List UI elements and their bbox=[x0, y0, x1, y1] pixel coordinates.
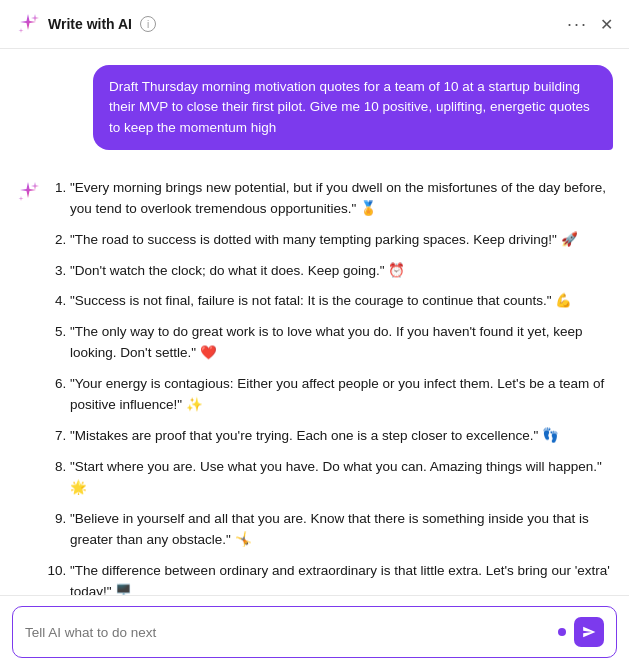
quote-item-1: "Every morning brings new potential, but… bbox=[70, 178, 613, 220]
quote-item-7: "Mistakes are proof that you're trying. … bbox=[70, 426, 613, 447]
header-right: ··· ✕ bbox=[567, 14, 613, 35]
ai-response-inner: "Every morning brings new potential, but… bbox=[16, 178, 613, 595]
send-icon bbox=[582, 625, 596, 639]
info-icon[interactable]: i bbox=[140, 16, 156, 32]
send-button[interactable] bbox=[574, 617, 604, 647]
ai-input-field[interactable] bbox=[25, 625, 550, 640]
main-content: Draft Thursday morning motivation quotes… bbox=[0, 49, 629, 595]
header-title: Write with AI bbox=[48, 16, 132, 32]
sparkle-icon bbox=[16, 12, 40, 36]
quotes-list: "Every morning brings new potential, but… bbox=[50, 178, 613, 595]
header: Write with AI i ··· ✕ bbox=[0, 0, 629, 49]
quote-item-4: "Success is not final, failure is not fa… bbox=[70, 291, 613, 312]
input-wrapper bbox=[12, 606, 617, 658]
quote-item-9: "Believe in yourself and all that you ar… bbox=[70, 509, 613, 551]
user-prompt-bubble: Draft Thursday morning motivation quotes… bbox=[93, 65, 613, 150]
ai-avatar-icon bbox=[16, 180, 40, 204]
bottom-input-area bbox=[0, 595, 629, 670]
input-dot-icon bbox=[558, 628, 566, 636]
quote-item-6: "Your energy is contagious: Either you a… bbox=[70, 374, 613, 416]
quote-item-5: "The only way to do great work is to lov… bbox=[70, 322, 613, 364]
close-icon[interactable]: ✕ bbox=[600, 15, 613, 34]
more-options-icon[interactable]: ··· bbox=[567, 14, 588, 35]
user-prompt-text: Draft Thursday morning motivation quotes… bbox=[109, 79, 590, 135]
quote-item-8: "Start where you are. Use what you have.… bbox=[70, 457, 613, 499]
quote-item-3: "Don't watch the clock; do what it does.… bbox=[70, 261, 613, 282]
quote-item-2: "The road to success is dotted with many… bbox=[70, 230, 613, 251]
ai-response-area: "Every morning brings new potential, but… bbox=[0, 166, 629, 595]
quote-item-10: "The difference between ordinary and ext… bbox=[70, 561, 613, 595]
header-left: Write with AI i bbox=[16, 12, 156, 36]
